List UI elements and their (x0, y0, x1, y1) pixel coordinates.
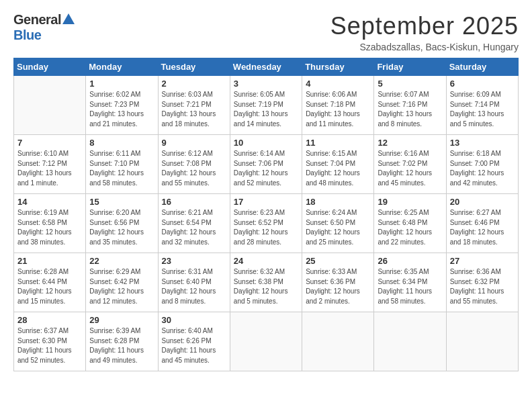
logo: General Blue (13, 12, 75, 43)
day-info: Sunrise: 6:24 AMSunset: 6:50 PMDaylight:… (306, 208, 370, 247)
location: Szabadszallas, Bacs-Kiskun, Hungary (330, 42, 519, 52)
calendar-cell: 20Sunrise: 6:27 AMSunset: 6:46 PMDayligh… (446, 194, 518, 253)
day-number: 17 (234, 197, 298, 207)
day-number: 21 (17, 256, 82, 266)
calendar-cell: 5Sunrise: 6:07 AMSunset: 7:16 PMDaylight… (374, 76, 446, 135)
day-number: 23 (162, 256, 226, 266)
day-number: 25 (306, 256, 370, 266)
day-info: Sunrise: 6:29 AMSunset: 6:42 PMDaylight:… (89, 267, 154, 306)
day-info: Sunrise: 6:33 AMSunset: 6:36 PMDaylight:… (306, 267, 370, 306)
day-info: Sunrise: 6:10 AMSunset: 7:12 PMDaylight:… (17, 149, 82, 188)
day-info: Sunrise: 6:14 AMSunset: 7:06 PMDaylight:… (234, 149, 298, 188)
col-thursday: Thursday (302, 58, 374, 76)
day-number: 5 (378, 79, 442, 89)
calendar-cell (230, 312, 302, 371)
calendar-cell: 1Sunrise: 6:02 AMSunset: 7:23 PMDaylight… (86, 76, 158, 135)
col-sunday: Sunday (14, 58, 86, 76)
header: General Blue September 2025 Szabadszalla… (13, 12, 519, 52)
calendar-cell: 27Sunrise: 6:36 AMSunset: 6:32 PMDayligh… (446, 253, 518, 312)
calendar-cell: 26Sunrise: 6:35 AMSunset: 6:34 PMDayligh… (374, 253, 446, 312)
day-info: Sunrise: 6:36 AMSunset: 6:32 PMDaylight:… (450, 267, 515, 306)
day-info: Sunrise: 6:19 AMSunset: 6:58 PMDaylight:… (17, 208, 82, 247)
calendar-cell: 10Sunrise: 6:14 AMSunset: 7:06 PMDayligh… (230, 135, 302, 194)
calendar-cell: 8Sunrise: 6:11 AMSunset: 7:10 PMDaylight… (86, 135, 158, 194)
day-number: 22 (89, 256, 154, 266)
calendar-cell: 7Sunrise: 6:10 AMSunset: 7:12 PMDaylight… (14, 135, 86, 194)
day-number: 6 (450, 79, 515, 89)
day-number: 10 (234, 138, 298, 148)
day-info: Sunrise: 6:39 AMSunset: 6:28 PMDaylight:… (89, 326, 154, 365)
calendar-header-row: Sunday Monday Tuesday Wednesday Thursday… (14, 58, 519, 76)
day-number: 14 (17, 197, 82, 207)
calendar-week-1: 1Sunrise: 6:02 AMSunset: 7:23 PMDaylight… (14, 76, 519, 135)
logo-blue-text: Blue (13, 28, 41, 42)
day-info: Sunrise: 6:25 AMSunset: 6:48 PMDaylight:… (378, 208, 442, 247)
day-number: 20 (450, 197, 515, 207)
calendar-cell (446, 312, 518, 371)
calendar-cell: 30Sunrise: 6:40 AMSunset: 6:26 PMDayligh… (158, 312, 230, 371)
day-info: Sunrise: 6:35 AMSunset: 6:34 PMDaylight:… (378, 267, 442, 306)
calendar-cell: 3Sunrise: 6:05 AMSunset: 7:19 PMDaylight… (230, 76, 302, 135)
col-saturday: Saturday (446, 58, 518, 76)
calendar-cell: 6Sunrise: 6:09 AMSunset: 7:14 PMDaylight… (446, 76, 518, 135)
day-info: Sunrise: 6:16 AMSunset: 7:02 PMDaylight:… (378, 149, 442, 188)
calendar-cell (302, 312, 374, 371)
calendar-cell: 25Sunrise: 6:33 AMSunset: 6:36 PMDayligh… (302, 253, 374, 312)
day-number: 18 (306, 197, 370, 207)
calendar-cell: 24Sunrise: 6:32 AMSunset: 6:38 PMDayligh… (230, 253, 302, 312)
day-number: 12 (378, 138, 442, 148)
day-info: Sunrise: 6:18 AMSunset: 7:00 PMDaylight:… (450, 149, 515, 188)
calendar-cell (374, 312, 446, 371)
calendar-cell: 19Sunrise: 6:25 AMSunset: 6:48 PMDayligh… (374, 194, 446, 253)
calendar-cell: 18Sunrise: 6:24 AMSunset: 6:50 PMDayligh… (302, 194, 374, 253)
day-number: 8 (89, 138, 154, 148)
calendar-cell: 4Sunrise: 6:06 AMSunset: 7:18 PMDaylight… (302, 76, 374, 135)
day-info: Sunrise: 6:05 AMSunset: 7:19 PMDaylight:… (234, 90, 298, 129)
day-info: Sunrise: 6:02 AMSunset: 7:23 PMDaylight:… (89, 90, 154, 129)
day-info: Sunrise: 6:03 AMSunset: 7:21 PMDaylight:… (162, 90, 226, 129)
logo-general-text: General (13, 12, 61, 28)
day-info: Sunrise: 6:07 AMSunset: 7:16 PMDaylight:… (378, 90, 442, 129)
day-number: 29 (89, 315, 154, 325)
calendar-cell: 13Sunrise: 6:18 AMSunset: 7:00 PMDayligh… (446, 135, 518, 194)
col-wednesday: Wednesday (230, 58, 302, 76)
title-area: September 2025 Szabadszallas, Bacs-Kisku… (330, 12, 519, 52)
calendar-week-3: 14Sunrise: 6:19 AMSunset: 6:58 PMDayligh… (14, 194, 519, 253)
day-info: Sunrise: 6:23 AMSunset: 6:52 PMDaylight:… (234, 208, 298, 247)
calendar-cell: 23Sunrise: 6:31 AMSunset: 6:40 PMDayligh… (158, 253, 230, 312)
calendar-cell: 2Sunrise: 6:03 AMSunset: 7:21 PMDaylight… (158, 76, 230, 135)
calendar-cell: 28Sunrise: 6:37 AMSunset: 6:30 PMDayligh… (14, 312, 86, 371)
day-number: 3 (234, 79, 298, 89)
calendar-cell: 12Sunrise: 6:16 AMSunset: 7:02 PMDayligh… (374, 135, 446, 194)
day-info: Sunrise: 6:37 AMSunset: 6:30 PMDaylight:… (17, 326, 82, 365)
day-number: 19 (378, 197, 442, 207)
day-number: 4 (306, 79, 370, 89)
day-number: 7 (17, 138, 82, 148)
day-info: Sunrise: 6:28 AMSunset: 6:44 PMDaylight:… (17, 267, 82, 306)
day-number: 24 (234, 256, 298, 266)
calendar-week-5: 28Sunrise: 6:37 AMSunset: 6:30 PMDayligh… (14, 312, 519, 371)
calendar-cell: 22Sunrise: 6:29 AMSunset: 6:42 PMDayligh… (86, 253, 158, 312)
svg-marker-0 (62, 13, 75, 24)
calendar-week-2: 7Sunrise: 6:10 AMSunset: 7:12 PMDaylight… (14, 135, 519, 194)
day-info: Sunrise: 6:27 AMSunset: 6:46 PMDaylight:… (450, 208, 515, 247)
day-number: 16 (162, 197, 226, 207)
calendar-cell: 21Sunrise: 6:28 AMSunset: 6:44 PMDayligh… (14, 253, 86, 312)
calendar-cell: 15Sunrise: 6:20 AMSunset: 6:56 PMDayligh… (86, 194, 158, 253)
day-number: 13 (450, 138, 515, 148)
calendar-cell: 16Sunrise: 6:21 AMSunset: 6:54 PMDayligh… (158, 194, 230, 253)
day-info: Sunrise: 6:21 AMSunset: 6:54 PMDaylight:… (162, 208, 226, 247)
month-title: September 2025 (330, 12, 519, 40)
calendar-cell: 9Sunrise: 6:12 AMSunset: 7:08 PMDaylight… (158, 135, 230, 194)
day-info: Sunrise: 6:32 AMSunset: 6:38 PMDaylight:… (234, 267, 298, 306)
calendar-cell: 17Sunrise: 6:23 AMSunset: 6:52 PMDayligh… (230, 194, 302, 253)
day-info: Sunrise: 6:31 AMSunset: 6:40 PMDaylight:… (162, 267, 226, 306)
calendar-cell (14, 76, 86, 135)
day-info: Sunrise: 6:20 AMSunset: 6:56 PMDaylight:… (89, 208, 154, 247)
col-monday: Monday (86, 58, 158, 76)
day-info: Sunrise: 6:12 AMSunset: 7:08 PMDaylight:… (162, 149, 226, 188)
calendar-table: Sunday Monday Tuesday Wednesday Thursday… (13, 58, 519, 371)
day-number: 2 (162, 79, 226, 89)
day-info: Sunrise: 6:06 AMSunset: 7:18 PMDaylight:… (306, 90, 370, 129)
col-friday: Friday (374, 58, 446, 76)
